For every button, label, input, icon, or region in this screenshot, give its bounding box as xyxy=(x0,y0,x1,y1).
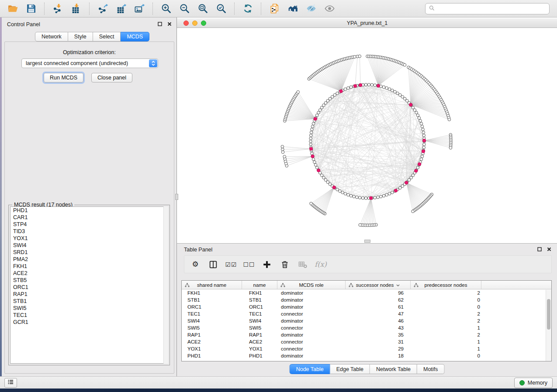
float-panel-icon[interactable] xyxy=(537,247,542,252)
import-network-icon[interactable] xyxy=(51,2,65,16)
table-cell: FKH1 xyxy=(182,289,242,296)
criterion-dropdown[interactable]: largest connected component (undirected) xyxy=(21,58,158,68)
table-cell: TEC1 xyxy=(182,310,242,317)
table-row[interactable]: SWI4SWI4dominator462 xyxy=(182,317,551,324)
criterion-dropdown-value: largest connected component (undirected) xyxy=(26,60,128,66)
memory-button[interactable]: Memory xyxy=(514,378,553,388)
mcds-result-scrollbar[interactable] xyxy=(163,206,168,364)
close-panel-icon[interactable] xyxy=(547,247,552,252)
task-history-button[interactable] xyxy=(4,378,17,388)
table-row[interactable]: ACE2ACE2connector311 xyxy=(182,338,551,345)
column-header-shared-name[interactable]: shared name xyxy=(182,281,242,289)
table-cell: connector xyxy=(277,324,346,331)
mcds-result-item[interactable]: SWI4 xyxy=(10,242,168,249)
mcds-result-item[interactable]: ACE2 xyxy=(10,270,168,277)
table-row[interactable]: STB1STB1dominator620 xyxy=(182,296,551,303)
mcds-result-item[interactable]: PMA2 xyxy=(10,256,168,263)
table-row[interactable]: ORC1ORC1dominator610 xyxy=(182,303,551,310)
float-panel-icon[interactable] xyxy=(157,21,163,27)
zoom-selected-icon[interactable] xyxy=(214,2,228,16)
table-row[interactable]: SWI5SWI5connector431 xyxy=(182,324,551,331)
search-icon xyxy=(429,5,435,13)
hide-selected-icon[interactable] xyxy=(304,2,318,16)
tab-node-table[interactable]: Node Table xyxy=(290,364,330,374)
mcds-result-item[interactable]: YOX1 xyxy=(10,235,168,242)
table-cell: 96 xyxy=(346,289,411,296)
mcds-result-list[interactable]: PHD1CAR1STP4TID3YOX1SWI4SRD1PMA2FKH1ACE2… xyxy=(10,206,168,364)
table-row[interactable]: RAP1RAP1dominator352 xyxy=(182,331,551,338)
copy-network-icon[interactable] xyxy=(267,2,281,16)
mcds-result-item[interactable]: FKH1 xyxy=(10,263,168,270)
table-row[interactable]: TEC1TEC1connector472 xyxy=(182,310,551,317)
vertical-splitter-handle[interactable] xyxy=(175,194,178,200)
open-file-icon[interactable] xyxy=(6,2,20,16)
zoom-out-icon[interactable] xyxy=(177,2,191,16)
tab-edge-table[interactable]: Edge Table xyxy=(330,364,370,374)
close-panel-button[interactable]: Close panel xyxy=(91,73,132,83)
select-all-icon[interactable]: ☑☑ xyxy=(225,259,237,270)
add-column-icon[interactable] xyxy=(261,259,273,270)
mcds-result-item[interactable]: CAR1 xyxy=(10,214,168,221)
table-scrollbar[interactable] xyxy=(546,290,551,361)
zoom-fit-icon[interactable] xyxy=(196,2,210,16)
table-row[interactable]: YOX1YOX1connector291 xyxy=(182,345,551,352)
column-header-successor-nodes[interactable]: successor nodes xyxy=(346,281,411,289)
settings-gear-icon[interactable]: ⚙ xyxy=(190,259,201,270)
memory-status-icon xyxy=(519,380,525,385)
save-session-icon[interactable] xyxy=(24,2,38,16)
export-network-icon[interactable] xyxy=(96,2,110,16)
tab-select[interactable]: Select xyxy=(93,32,121,41)
shared-column-icon xyxy=(280,283,285,288)
mcds-result-item[interactable]: PHD1 xyxy=(10,207,168,214)
export-table-icon[interactable] xyxy=(114,2,128,16)
mcds-result-item[interactable]: GCR1 xyxy=(10,319,168,326)
column-header-MCDS-role[interactable]: MCDS role xyxy=(277,281,346,289)
tab-network[interactable]: Network xyxy=(35,32,68,41)
mcds-result-item[interactable]: TID3 xyxy=(10,228,168,235)
zoom-in-icon[interactable] xyxy=(159,2,173,16)
delete-rows-icon[interactable] xyxy=(279,259,291,270)
import-table-icon[interactable] xyxy=(69,2,83,16)
export-image-icon[interactable] xyxy=(132,2,146,16)
mcds-result-item[interactable]: ORC1 xyxy=(10,284,168,291)
table-row[interactable]: PHD1PHD1dominator180 xyxy=(182,352,551,359)
table-cell: dominator xyxy=(277,289,346,296)
network-view[interactable] xyxy=(177,28,557,243)
memory-button-label: Memory xyxy=(528,380,547,386)
table-cell: 0 xyxy=(411,303,481,310)
mcds-result-item[interactable]: RAP1 xyxy=(10,291,168,298)
table-cell: STB1 xyxy=(182,296,242,303)
first-neighbors-icon[interactable] xyxy=(286,2,300,16)
deselect-all-icon[interactable]: ☐☐ xyxy=(243,259,255,270)
table-panel: Table Panel ⚙☑☑☐☐f(x) shared namenameMCD… xyxy=(176,243,557,376)
mcds-result-item[interactable]: SWI5 xyxy=(10,305,168,312)
tab-network-table[interactable]: Network Table xyxy=(370,364,417,374)
table-cell: RAP1 xyxy=(182,331,242,338)
mcds-result-item[interactable]: TEC1 xyxy=(10,312,168,319)
search-field[interactable] xyxy=(425,3,550,14)
close-panel-icon[interactable] xyxy=(167,21,172,27)
tab-mcds[interactable]: MCDS xyxy=(121,32,149,41)
run-mcds-button[interactable]: Run MCDS xyxy=(44,73,83,83)
column-header-name[interactable]: name xyxy=(242,281,277,289)
table-cell: ACE2 xyxy=(182,338,242,345)
table-scrollbar-thumb[interactable] xyxy=(547,299,550,330)
split-panel-icon[interactable] xyxy=(208,259,219,270)
refresh-icon[interactable] xyxy=(241,2,255,16)
table-cell: 1 xyxy=(411,338,481,345)
tab-style[interactable]: Style xyxy=(68,32,93,41)
mcds-result-item[interactable]: STP4 xyxy=(10,221,168,228)
application-window: Control Panel NetworkStyleSelectMCDS Opt… xyxy=(0,0,557,392)
mcds-result-item[interactable]: SRD1 xyxy=(10,249,168,256)
horizontal-splitter-handle[interactable] xyxy=(364,240,370,243)
table-cell: dominator xyxy=(277,296,346,303)
column-header-predecessor-nodes[interactable]: predecessor nodes xyxy=(411,281,481,289)
search-input[interactable] xyxy=(437,6,546,12)
mcds-result-item[interactable]: STB5 xyxy=(10,277,168,284)
tab-motifs[interactable]: Motifs xyxy=(417,364,444,374)
show-all-icon[interactable] xyxy=(322,2,336,16)
table-row[interactable]: FKH1FKH1dominator962 xyxy=(182,289,551,296)
toolbar-separator xyxy=(234,3,235,15)
mcds-result-item[interactable]: STB1 xyxy=(10,298,168,305)
table-cell: 1 xyxy=(411,324,481,331)
